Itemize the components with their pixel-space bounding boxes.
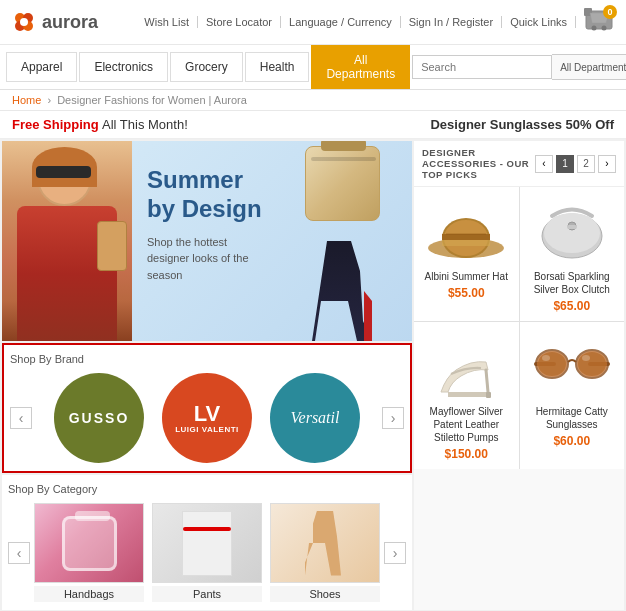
nav-signin[interactable]: Sign In / Register [401,16,502,28]
tab-grocery[interactable]: Grocery [170,52,243,82]
breadcrumb-home[interactable]: Home [12,94,41,106]
banner-title: Summerby Design [147,166,267,224]
acc-item-sunglasses-price: $60.00 [553,434,590,448]
acc-item-heels-name: Mayflower Silver Patent Leather Stiletto… [422,405,511,444]
free-shipping-sub: All This Month! [102,117,188,132]
banner-subtitle: Shop the hottestdesigner looks of thesea… [147,234,267,284]
nav-store-locator[interactable]: Store Locator [198,16,281,28]
nav-language[interactable]: Language / Currency [281,16,401,28]
acc-item-heels[interactable]: Mayflower Silver Patent Leather Stiletto… [414,322,519,469]
acc-next-button[interactable]: › [598,155,616,173]
category-next-button[interactable]: › [384,542,406,564]
tab-all-departments[interactable]: All Departments [311,45,410,89]
heels-image [426,332,506,400]
acc-prev-button[interactable]: ‹ [535,155,553,173]
shop-brand-label: Shop By Brand [10,353,404,365]
svg-point-24 [538,352,566,376]
acc-item-heels-price: $150.00 [445,447,488,461]
breadcrumb-current: Designer Fashions for Women | Aurora [57,94,247,106]
brand-item-gusso[interactable]: GUSSO [54,373,144,463]
tab-electronics[interactable]: Electronics [79,52,168,82]
cart-button[interactable]: 0 [584,8,614,36]
acc-item-hat[interactable]: Albini Summer Hat $55.00 [414,187,519,321]
acc-page-2[interactable]: 2 [577,155,595,173]
acc-item-sunglasses[interactable]: Hermitage Catty Sunglasses $60.00 [520,322,625,469]
nav-quicklinks[interactable]: Quick Links [502,16,576,28]
free-shipping-promo: Free Shipping All This Month! [12,117,188,132]
brand-next-button[interactable]: › [382,407,404,429]
search-input[interactable] [412,55,552,79]
acc-item-clutch[interactable]: Borsati Sparkling Silver Box Clutch $65.… [520,187,625,321]
svg-rect-13 [442,234,490,240]
brand-item-versatil[interactable]: Versatil [270,373,360,463]
brand-item-lv[interactable]: LV LUIGI VALENTI [162,373,252,463]
category-item-handbags[interactable]: Handbags [34,503,144,602]
acc-item-clutch-price: $65.00 [553,299,590,313]
svg-point-26 [578,352,606,376]
svg-point-7 [592,26,597,31]
logo-text: aurora [42,12,98,33]
main-banner: Summerby Design Shop the hottestdesigner… [2,141,412,341]
designer-promo: Designer Sunglasses 50% Off [430,117,614,132]
tab-health[interactable]: Health [245,52,310,82]
brand-prev-button[interactable]: ‹ [10,407,32,429]
svg-point-28 [582,355,590,361]
free-shipping-label: Free Shipping [12,117,99,132]
shop-by-category: Shop By Category ‹ Handbags [2,475,412,610]
accessories-header: DESIGNER ACCESSORIES - OUR TOP PICKS [422,147,535,180]
category-label-handbags: Handbags [34,586,144,602]
banner-product-image [282,141,412,341]
category-label-pants: Pants [152,586,262,602]
acc-item-sunglasses-name: Hermitage Catty Sunglasses [528,405,617,431]
sunglasses-image [532,340,612,390]
nav-wishlist[interactable]: Wish List [136,16,198,28]
category-prev-button[interactable]: ‹ [8,542,30,564]
svg-point-8 [602,26,607,31]
acc-item-clutch-name: Borsati Sparkling Silver Box Clutch [528,270,617,296]
svg-line-19 [486,370,488,392]
shop-category-label: Shop By Category [8,483,406,495]
svg-rect-18 [567,225,577,229]
svg-point-4 [20,18,28,26]
shop-by-brand: Shop By Brand ‹ GUSSO LV LUIGI VALENTI V… [2,343,412,473]
search-dept-select[interactable]: All Departments [552,54,626,80]
svg-point-27 [542,355,550,361]
category-label-shoes: Shoes [270,586,380,602]
hat-image [426,200,506,265]
right-sidebar: DESIGNER ACCESSORIES - OUR TOP PICKS ‹ 1… [414,141,624,610]
cart-badge: 0 [603,5,617,19]
acc-item-hat-price: $55.00 [448,286,485,300]
tab-apparel[interactable]: Apparel [6,52,77,82]
breadcrumb-separator: › [47,94,51,106]
category-item-shoes[interactable]: Shoes [270,503,380,602]
svg-point-16 [544,213,600,253]
clutch-image [532,198,612,263]
aurora-logo-icon [12,10,36,34]
logo[interactable]: aurora [12,10,98,34]
svg-rect-20 [486,392,491,398]
category-item-pants[interactable]: Pants [152,503,262,602]
acc-item-hat-name: Albini Summer Hat [425,270,508,283]
banner-woman-image [2,141,132,341]
acc-page-1[interactable]: 1 [556,155,574,173]
